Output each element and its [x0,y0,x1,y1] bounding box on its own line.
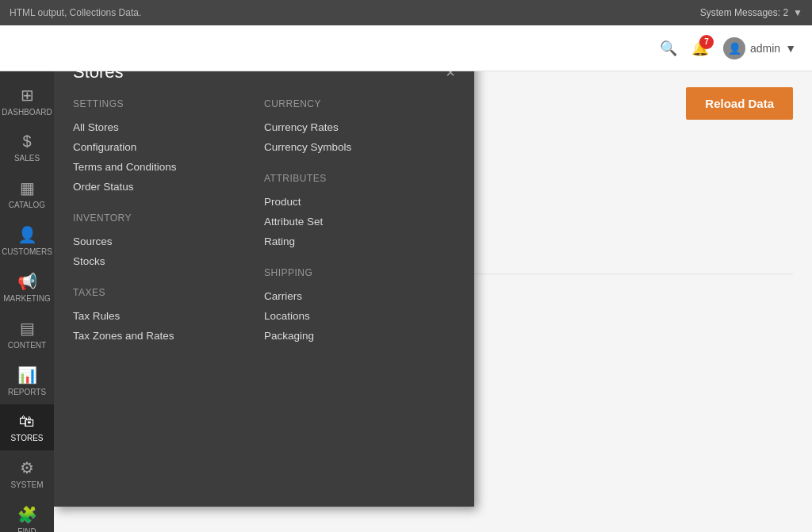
terms-conditions-link[interactable]: Terms and Conditions [73,157,251,177]
sidebar-item-label-catalog: CATALOG [9,201,45,209]
header-actions: 🔍 🔔 7 👤 admin ▼ [660,37,796,59]
sidebar-item-dashboard[interactable]: ⊞ DASHBOARD [0,78,54,124]
configuration-link[interactable]: Configuration [73,137,251,157]
sidebar-item-label-system: SYSTEM [10,480,43,489]
packaging-link[interactable]: Packaging [264,326,442,346]
locations-link[interactable]: Locations [264,306,442,326]
system-messages-arrow-icon: ▼ [793,7,802,18]
content-icon: ▤ [20,319,35,338]
sidebar-item-sales[interactable]: $ SALES [0,124,54,170]
app-body: ⊞ DASHBOARD $ SALES ▦ CATALOG 👤 CUSTOMER… [0,71,812,532]
sidebar-item-label-sales: SALES [14,154,40,163]
attributes-section-title: Attributes [264,173,442,184]
carriers-link[interactable]: Carriers [264,286,442,306]
sidebar-item-catalog[interactable]: ▦ CATALOG [0,170,54,217]
shipping-section-title: Shipping [264,267,442,278]
admin-avatar: 👤 [723,37,745,59]
admin-user-menu[interactable]: 👤 admin ▼ [723,37,796,59]
stocks-link[interactable]: Stocks [73,251,251,271]
rating-link[interactable]: Rating [264,232,442,251]
admin-avatar-icon: 👤 [728,42,741,55]
sidebar-item-marketing[interactable]: 📢 MARKETING [0,264,54,311]
flyout-column-2: Currency Currency Rates Currency Symbols… [264,98,455,346]
stores-icon: 🛍 [19,412,35,431]
sidebar-item-label-customers: CUSTOMERS [2,247,52,256]
settings-section-title: Settings [73,98,251,109]
system-messages-text: System Messages: 2 [700,7,788,18]
sidebar-item-label-find-partners: FIND PARTNERS & EXTENSIONS [2,527,52,532]
flyout-column-1: Settings All Stores Configuration Terms … [73,98,264,346]
sidebar-item-label-marketing: MARKETING [3,294,50,303]
sidebar-item-content[interactable]: ▤ CONTENT [0,311,54,358]
search-icon: 🔍 [660,40,677,56]
main-header: 🔍 🔔 7 👤 admin ▼ [0,25,812,71]
system-icon: ⚙ [20,458,34,477]
system-bar: HTML output, Collections Data. System Me… [0,0,812,25]
product-link[interactable]: Product [264,192,442,212]
catalog-icon: ▦ [20,178,35,197]
marketing-icon: 📢 [17,272,37,291]
dashboard-icon: ⊞ [21,86,34,105]
sidebar-item-label-dashboard: DASHBOARD [2,108,52,117]
system-messages[interactable]: System Messages: 2 ▼ [700,7,802,18]
reports-icon: 📊 [17,366,37,385]
customers-icon: 👤 [17,225,37,244]
tax-zones-rates-link[interactable]: Tax Zones and Rates [73,326,251,346]
order-status-link[interactable]: Order Status [73,177,251,197]
sources-link[interactable]: Sources [73,232,251,251]
sidebar-item-customers[interactable]: 👤 CUSTOMERS [0,217,54,264]
currency-symbols-link[interactable]: Currency Symbols [264,137,442,157]
sidebar-item-label-content: CONTENT [8,341,46,350]
admin-label: admin [750,42,780,55]
inventory-section-title: Inventory [73,212,251,224]
search-button[interactable]: 🔍 [660,40,677,57]
sidebar: ⊞ DASHBOARD $ SALES ▦ CATALOG 👤 CUSTOMER… [0,71,54,532]
admin-dropdown-icon: ▼ [785,42,796,55]
find-partners-icon: 🧩 [17,505,37,524]
sidebar-item-reports[interactable]: 📊 REPORTS [0,358,54,404]
sidebar-item-find-partners[interactable]: 🧩 FIND PARTNERS & EXTENSIONS [0,497,54,532]
sidebar-item-stores[interactable]: 🛍 STORES [0,404,54,450]
attribute-set-link[interactable]: Attribute Set [264,212,442,232]
sales-icon: $ [22,132,31,151]
notification-badge: 7 [699,35,714,49]
sidebar-item-label-reports: REPORTS [8,388,46,396]
tax-rules-link[interactable]: Tax Rules [73,306,251,326]
taxes-section-title: Taxes [73,287,251,298]
notification-button[interactable]: 🔔 7 [691,40,709,57]
currency-section-title: Currency [264,98,442,109]
all-stores-link[interactable]: All Stores [73,117,251,137]
flyout-columns: Settings All Stores Configuration Terms … [73,98,455,346]
reload-data-button[interactable]: Reload Data [686,87,793,120]
system-bar-message: HTML output, Collections Data. [10,7,141,18]
flyout-menu: Stores × Settings All Stores Configurati… [54,46,474,507]
sidebar-item-label-stores: STORES [11,434,44,442]
sidebar-item-system[interactable]: ⚙ SYSTEM [0,450,54,497]
currency-rates-link[interactable]: Currency Rates [264,117,442,137]
